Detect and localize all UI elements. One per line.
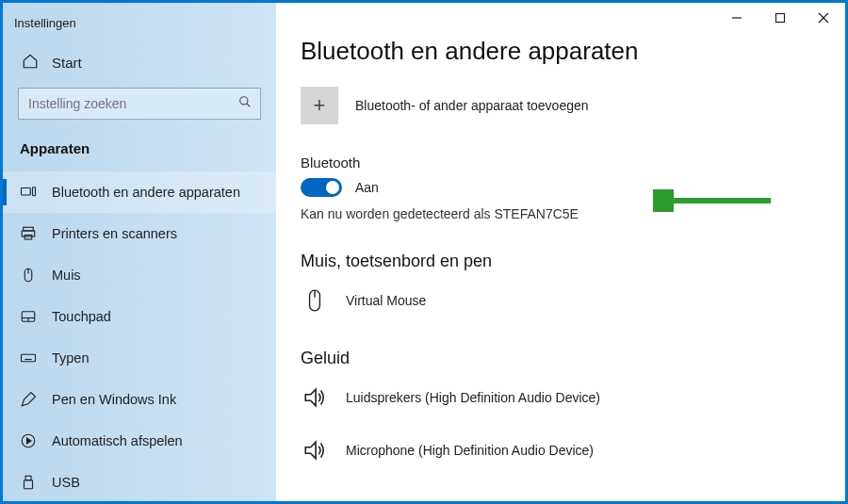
svg-rect-12 — [22, 354, 36, 362]
svg-marker-19 — [27, 438, 32, 444]
svg-marker-28 — [305, 389, 316, 405]
bluetooth-label: Bluetooth — [301, 154, 817, 171]
window-title: Instellingen — [3, 12, 276, 43]
device-row-speakers[interactable]: Luidsprekers (High Definition Audio Devi… — [301, 378, 817, 431]
device-label: Microphone (High Definition Audio Device… — [346, 443, 594, 458]
audio-heading: Geluid — [301, 349, 817, 368]
main-content: Bluetooth en andere apparaten + Bluetoot… — [276, 3, 845, 501]
home-icon — [22, 53, 39, 73]
svg-rect-6 — [24, 236, 32, 240]
home-link[interactable]: Start — [3, 43, 276, 82]
search-input[interactable] — [18, 88, 261, 120]
device-label: Virtual Mouse — [346, 293, 426, 308]
device-row-mouse[interactable]: Virtual Mouse — [301, 281, 817, 333]
devices-icon — [20, 184, 37, 201]
svg-rect-3 — [33, 187, 36, 196]
sidebar-item-label: Touchpad — [52, 309, 111, 324]
sidebar-item-autoplay[interactable]: Automatisch afspelen — [3, 420, 276, 462]
sidebar-item-label: Automatisch afspelen — [52, 433, 183, 448]
touchpad-icon — [20, 308, 37, 325]
sidebar-item-usb[interactable]: USB — [3, 462, 276, 503]
sidebar-item-label: Printers en scanners — [52, 226, 177, 241]
speaker-icon — [301, 436, 329, 464]
sidebar-item-label: Pen en Windows Ink — [52, 392, 176, 407]
sidebar-item-bluetooth[interactable]: Bluetooth en andere apparaten — [3, 171, 276, 213]
sidebar-item-label: USB — [52, 475, 80, 490]
sidebar-item-mouse[interactable]: Muis — [3, 254, 276, 296]
sidebar-item-printers[interactable]: Printers en scanners — [3, 213, 276, 254]
svg-rect-20 — [25, 476, 31, 480]
svg-point-0 — [240, 97, 248, 105]
svg-rect-5 — [22, 231, 35, 236]
toggle-state-label: Aan — [355, 180, 379, 195]
mouse-icon — [301, 286, 329, 315]
svg-rect-2 — [22, 188, 31, 196]
sidebar-item-typing[interactable]: Typen — [3, 337, 276, 379]
svg-rect-23 — [776, 14, 785, 23]
bluetooth-toggle[interactable] — [301, 178, 342, 197]
add-device-button[interactable]: + Bluetooth- of ander apparaat toevoegen — [301, 87, 817, 124]
svg-line-1 — [247, 104, 251, 107]
peripherals-heading: Muis, toetsenbord en pen — [301, 252, 817, 271]
sidebar-item-pen[interactable]: Pen en Windows Ink — [3, 379, 276, 420]
home-label: Start — [52, 55, 82, 71]
sidebar-item-label: Typen — [52, 350, 90, 366]
printer-icon — [20, 225, 37, 242]
pen-icon — [20, 391, 37, 408]
category-title: Apparaten — [3, 131, 276, 171]
page-title: Bluetooth en andere apparaten — [301, 37, 817, 66]
device-label: Luidsprekers (High Definition Audio Devi… — [346, 390, 600, 405]
svg-marker-29 — [305, 442, 316, 458]
add-device-label: Bluetooth- of ander apparaat toevoegen — [355, 98, 589, 113]
keyboard-icon — [20, 350, 37, 366]
discoverable-text: Kan nu worden gedetecteerd als STEFAN7C5… — [301, 206, 817, 221]
search-icon — [238, 95, 252, 112]
plus-icon: + — [301, 87, 338, 124]
minimize-button[interactable] — [715, 3, 758, 33]
sidebar-nav: Bluetooth en andere apparaten Printers e… — [3, 171, 276, 503]
sidebar-item-touchpad[interactable]: Touchpad — [3, 296, 276, 337]
device-row-microphone[interactable]: Microphone (High Definition Audio Device… — [301, 431, 817, 483]
sidebar-item-label: Bluetooth en andere apparaten — [52, 185, 240, 200]
maximize-button[interactable] — [758, 3, 802, 33]
svg-rect-21 — [24, 480, 33, 489]
sidebar-item-label: Muis — [52, 268, 81, 283]
usb-icon — [20, 474, 37, 491]
close-button[interactable] — [802, 3, 845, 33]
mouse-icon — [20, 267, 37, 284]
autoplay-icon — [20, 432, 37, 449]
speaker-icon — [301, 383, 329, 412]
settings-sidebar: Instellingen Start Apparaten Bluetooth e… — [3, 3, 276, 501]
